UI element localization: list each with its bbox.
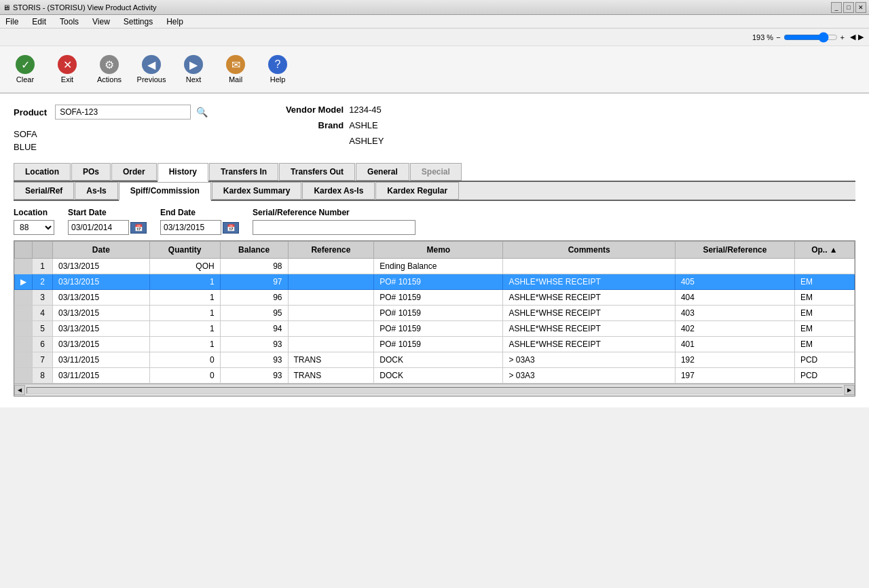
menu-file[interactable]: File — [3, 16, 21, 28]
exit-button[interactable]: ✕ Exit — [48, 50, 87, 89]
tab-location[interactable]: Location — [14, 163, 71, 181]
row-number-cell: 2 — [33, 274, 53, 290]
table-row[interactable]: ▶203/13/2015197PO# 10159ASHLE*WHSE RECEI… — [15, 274, 855, 290]
serial-input[interactable] — [253, 220, 415, 235]
tab-transfers-in[interactable]: Transfers In — [209, 163, 278, 181]
maximize-button[interactable]: □ — [843, 2, 854, 13]
col-header-arrow — [15, 242, 33, 259]
tab2-as-is[interactable]: As-Is — [75, 182, 117, 200]
row-quantity-cell: 0 — [149, 352, 220, 368]
table-row[interactable]: 403/13/2015195PO# 10159ASHLE*WHSE RECEIP… — [15, 306, 855, 321]
vendor-model-label: Vendor Model — [276, 105, 344, 115]
table-row[interactable]: 103/13/2015QOH98Ending Balance — [15, 259, 855, 274]
row-number-cell: 3 — [33, 290, 53, 306]
row-balance-cell: 96 — [220, 290, 288, 306]
previous-label: Previous — [137, 75, 166, 84]
nav-back-icon[interactable]: ◀ — [850, 33, 855, 41]
zoom-slider[interactable] — [783, 32, 838, 43]
table-row[interactable]: 703/11/2015093TRANSDOCK> 03A3192PCD — [15, 352, 855, 368]
data-table: Date Quantity Balance Reference Memo Com… — [14, 241, 855, 384]
col-header-num — [33, 242, 53, 259]
previous-button[interactable]: ◀ Previous — [132, 50, 171, 89]
close-button[interactable]: ✕ — [855, 2, 866, 13]
end-date-calendar-button[interactable]: 📅 — [223, 222, 239, 234]
row-date-cell: 03/13/2015 — [53, 290, 150, 306]
scroll-right-button[interactable]: ▶ — [844, 385, 855, 395]
row-balance-cell: 97 — [220, 274, 288, 290]
tab2-kardex-summary[interactable]: Kardex Summary — [212, 182, 302, 200]
start-date-calendar-button[interactable]: 📅 — [130, 222, 147, 234]
help-label: Help — [270, 75, 286, 84]
scroll-left-button[interactable]: ◀ — [14, 385, 25, 395]
row-comments-cell: ASHLE*WHSE RECEIPT — [503, 337, 676, 352]
tab2-kardex-as-is[interactable]: Kardex As-Is — [302, 182, 375, 200]
row-number-cell: 6 — [33, 337, 53, 352]
tab2-serial-ref[interactable]: Serial/Ref — [14, 182, 74, 200]
search-icon[interactable]: 🔍 — [196, 107, 208, 117]
actions-label: Actions — [97, 75, 122, 84]
next-icon: ▶ — [184, 55, 203, 74]
table-row[interactable]: 803/11/2015093TRANSDOCK> 03A3197PCD — [15, 368, 855, 384]
window-title: STORIS - (STORISU) View Product Activity — [13, 3, 157, 12]
toolbar: ✓ Clear ✕ Exit ⚙ Actions ◀ Previous ▶ Ne… — [0, 46, 869, 94]
menu-tools[interactable]: Tools — [57, 16, 81, 28]
product-input[interactable] — [55, 105, 191, 120]
table-row[interactable]: 503/13/2015194PO# 10159ASHLE*WHSE RECEIP… — [15, 321, 855, 337]
filter-row: Location 88 Start Date 📅 End Date 📅 Seri… — [14, 201, 855, 240]
tab-pos[interactable]: POs — [71, 163, 111, 181]
end-date-label: End Date — [160, 208, 239, 217]
nav-forward-icon[interactable]: ▶ — [858, 33, 864, 41]
row-reference-cell — [288, 306, 374, 321]
next-button[interactable]: ▶ Next — [174, 50, 213, 89]
tab-general[interactable]: General — [356, 163, 409, 181]
col-header-op: Op.. ▲ — [794, 242, 854, 259]
actions-button[interactable]: ⚙ Actions — [90, 50, 129, 89]
mail-icon: ✉ — [226, 55, 245, 74]
row-comments-cell: > 03A3 — [503, 352, 676, 368]
app-icon: 🖥 — [3, 3, 10, 12]
scroll-h-track[interactable] — [26, 387, 843, 394]
menu-view[interactable]: View — [90, 16, 113, 28]
product-label: Product — [14, 107, 47, 117]
tab-special[interactable]: Special — [410, 163, 462, 181]
row-date-cell: 03/13/2015 — [53, 321, 150, 337]
row-serial-cell: 401 — [675, 337, 794, 352]
zoom-out-icon[interactable]: − — [776, 33, 780, 41]
row-quantity-cell: QOH — [149, 259, 220, 274]
row-date-cell: 03/13/2015 — [53, 274, 150, 290]
menu-edit[interactable]: Edit — [29, 16, 49, 28]
row-op-cell: PCD — [794, 352, 854, 368]
tabs-row1: Location POs Order History Transfers In … — [14, 163, 855, 182]
zoom-in-icon[interactable]: + — [840, 33, 845, 41]
menu-settings[interactable]: Settings — [121, 16, 155, 28]
menu-help[interactable]: Help — [164, 16, 186, 28]
row-op-cell: EM — [794, 321, 854, 337]
row-serial-cell: 402 — [675, 321, 794, 337]
clear-button[interactable]: ✓ Clear — [5, 50, 45, 89]
row-op-cell: PCD — [794, 368, 854, 384]
col-header-reference: Reference — [288, 242, 374, 259]
row-comments-cell: ASHLE*WHSE RECEIPT — [503, 274, 676, 290]
tab2-spiff-commission[interactable]: Spiff/Commission — [119, 182, 211, 201]
start-date-input[interactable] — [68, 220, 129, 235]
row-memo-cell: DOCK — [374, 352, 503, 368]
tab2-kardex-regular[interactable]: Kardex Regular — [375, 182, 459, 200]
table-row[interactable]: 603/13/2015193PO# 10159ASHLE*WHSE RECEIP… — [15, 337, 855, 352]
previous-icon: ◀ — [142, 55, 161, 74]
row-comments-cell: > 03A3 — [503, 368, 676, 384]
row-memo-cell: Ending Balance — [374, 259, 503, 274]
help-button[interactable]: ? Help — [258, 50, 297, 89]
row-arrow-cell — [15, 337, 33, 352]
end-date-input[interactable] — [160, 220, 221, 235]
col-header-memo: Memo — [374, 242, 503, 259]
minimize-button[interactable]: _ — [831, 2, 842, 13]
tab-order[interactable]: Order — [111, 163, 157, 181]
tab-history[interactable]: History — [158, 163, 208, 182]
brand-label: Brand — [276, 120, 344, 130]
horizontal-scrollbar[interactable]: ◀ ▶ — [14, 384, 855, 396]
location-select[interactable]: 88 — [14, 220, 54, 235]
mail-button[interactable]: ✉ Mail — [216, 50, 255, 89]
tab-transfers-out[interactable]: Transfers Out — [279, 163, 355, 181]
row-quantity-cell: 1 — [149, 321, 220, 337]
table-row[interactable]: 303/13/2015196PO# 10159ASHLE*WHSE RECEIP… — [15, 290, 855, 306]
